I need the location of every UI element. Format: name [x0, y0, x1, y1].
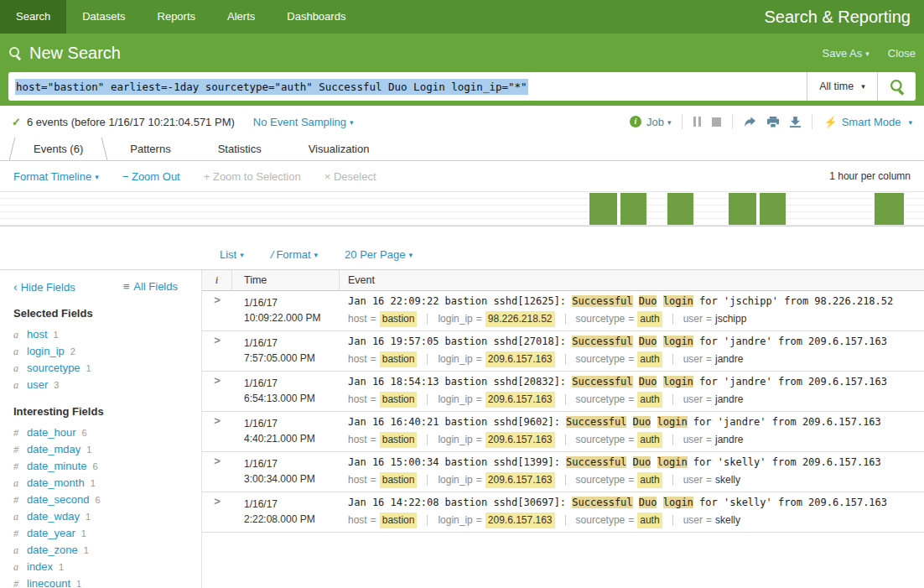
field-value-login-ip[interactable]: 209.6.157.163 — [485, 432, 555, 448]
print-icon[interactable] — [767, 117, 779, 127]
export-icon[interactable] — [790, 117, 801, 127]
events-table-header: i Time Event — [202, 270, 924, 291]
close-link[interactable]: Close — [888, 47, 916, 60]
nav-item[interactable]: Search — [0, 0, 66, 34]
tab[interactable]: Patterns — [106, 138, 194, 160]
expand-chevron-icon[interactable] — [214, 455, 221, 467]
hide-fields-link[interactable]: Hide Fields — [13, 280, 75, 294]
field-value-host[interactable]: bastion — [380, 311, 418, 327]
field-value-host[interactable]: bastion — [380, 392, 418, 408]
expand-chevron-icon[interactable] — [214, 374, 221, 387]
field-value-host[interactable]: bastion — [380, 513, 418, 528]
field-link[interactable]: host — [27, 326, 48, 343]
timeline-bar[interactable] — [667, 193, 694, 225]
expand-chevron-icon[interactable] — [214, 495, 221, 507]
all-fields-link[interactable]: All Fields — [123, 280, 178, 294]
nav-item-label: Search — [16, 10, 50, 23]
field-value-sourcetype[interactable]: auth — [637, 392, 662, 408]
field-value-user[interactable]: jandre — [715, 351, 743, 367]
job-label: Job — [646, 116, 664, 128]
tab-label: Events (6) — [34, 143, 83, 155]
stop-icon[interactable] — [712, 117, 721, 127]
field-link[interactable]: linecount — [27, 575, 70, 588]
nav-item[interactable]: Datasets — [66, 0, 141, 34]
highlighted-term: Duo — [639, 295, 657, 307]
format-label: Format — [276, 248, 310, 261]
field-count: 1 — [86, 360, 91, 377]
per-page-label: 20 Per Page — [345, 248, 405, 261]
timeline-chart[interactable] — [0, 191, 924, 226]
nav-item[interactable]: Dashboards — [271, 0, 361, 34]
app-title: Search & Reporting — [764, 0, 924, 34]
zoom-out-link[interactable]: − Zoom Out — [122, 170, 180, 183]
field-separator — [427, 434, 428, 445]
search-input[interactable]: host="bastion" earliest=-1day sourcetype… — [8, 72, 807, 101]
field-value-sourcetype[interactable]: auth — [637, 472, 662, 488]
field-value-user[interactable]: skelly — [715, 472, 740, 488]
format-timeline-link[interactable]: Format Timeline — [13, 170, 99, 183]
field-value-sourcetype[interactable]: auth — [637, 513, 662, 528]
timeline-bar[interactable] — [620, 193, 647, 225]
search-button[interactable] — [877, 72, 916, 101]
field-value-user[interactable]: skelly — [715, 513, 740, 528]
timeline-bar[interactable] — [728, 193, 756, 225]
field-value-host[interactable]: bastion — [380, 351, 418, 367]
field-link[interactable]: user — [27, 377, 48, 393]
field-value-user[interactable]: jschipp — [715, 311, 746, 327]
field-value-user[interactable]: jandre — [715, 432, 743, 448]
tab[interactable]: Statistics — [195, 138, 285, 160]
format-dropdown[interactable]: Format — [271, 248, 318, 261]
field-value-login-ip[interactable]: 209.6.157.163 — [485, 472, 555, 488]
field-link[interactable]: date_minute — [27, 458, 87, 475]
nav-item[interactable]: Alerts — [211, 0, 271, 34]
field-value-login-ip[interactable]: 209.6.157.163 — [485, 351, 555, 367]
field-value-host[interactable]: bastion — [380, 432, 418, 448]
field-link[interactable]: date_mday — [27, 441, 80, 458]
pause-icon[interactable] — [693, 117, 701, 127]
field-count: 1 — [54, 326, 59, 343]
field-link[interactable]: index — [27, 559, 53, 575]
field-value-sourcetype[interactable]: auth — [637, 351, 662, 367]
field-item: a date_zone 1 — [13, 542, 201, 559]
chevron-down-icon — [862, 47, 869, 60]
field-name-user: user — [683, 513, 703, 528]
info-column-header: i — [202, 270, 232, 290]
field-link[interactable]: date_wday — [27, 508, 80, 525]
tab[interactable]: Visualization — [285, 138, 393, 160]
save-as-link[interactable]: Save As — [823, 47, 869, 60]
field-value-host[interactable]: bastion — [380, 472, 418, 488]
field-link[interactable]: date_month — [27, 475, 85, 492]
field-link[interactable]: date_zone — [27, 542, 78, 559]
time-range-picker[interactable]: All time — [807, 72, 877, 101]
field-value-login-ip[interactable]: 98.226.218.52 — [485, 311, 555, 327]
field-link[interactable]: date_second — [27, 492, 89, 508]
field-value-user[interactable]: jandre — [715, 392, 743, 408]
field-value-sourcetype[interactable]: auth — [637, 311, 662, 327]
list-type-dropdown[interactable]: List — [220, 248, 244, 261]
field-value-login-ip[interactable]: 209.6.157.163 — [485, 513, 555, 528]
field-link[interactable]: login_ip — [27, 343, 65, 360]
job-menu[interactable]: Job — [630, 116, 672, 128]
expand-chevron-icon[interactable] — [214, 294, 221, 306]
smart-mode-link[interactable]: Smart Mode — [823, 116, 912, 128]
timeline-scale-label: 1 hour per column — [829, 170, 911, 182]
share-icon[interactable] — [744, 117, 756, 127]
nav-item[interactable]: Reports — [142, 0, 212, 34]
field-link[interactable]: sourcetype — [27, 360, 80, 377]
zoom-to-selection-link[interactable]: + Zoom to Selection — [204, 170, 301, 183]
field-separator — [427, 394, 428, 405]
timeline-bar[interactable] — [759, 193, 786, 225]
field-value-login-ip[interactable]: 209.6.157.163 — [485, 392, 555, 408]
timeline-bar[interactable] — [589, 193, 618, 225]
tab[interactable]: Events (6) — [10, 138, 106, 160]
deselect-link[interactable]: × Deselect — [324, 170, 376, 183]
field-link[interactable]: date_hour — [27, 424, 76, 441]
field-name-host: host — [348, 513, 367, 528]
expand-chevron-icon[interactable] — [214, 414, 221, 427]
timeline-bar[interactable] — [874, 193, 904, 225]
per-page-dropdown[interactable]: 20 Per Page — [345, 248, 413, 261]
expand-chevron-icon[interactable] — [214, 334, 221, 346]
event-sampling-link[interactable]: No Event Sampling — [253, 116, 354, 128]
field-link[interactable]: date_year — [27, 525, 75, 542]
field-value-sourcetype[interactable]: auth — [637, 432, 662, 448]
